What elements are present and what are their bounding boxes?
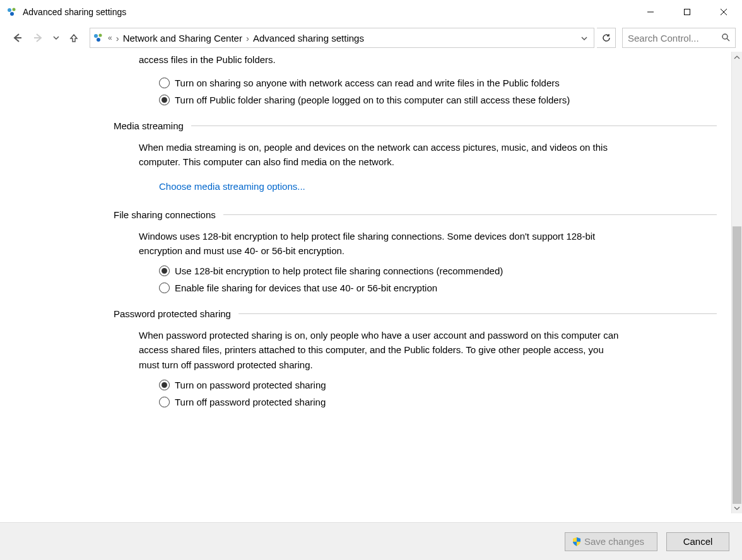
radio-password-off[interactable]: Turn off password protected sharing (159, 395, 717, 409)
section-title: Password protected sharing (114, 308, 231, 319)
radio-label: Turn on password protected sharing (175, 378, 326, 392)
footer-bar: Save changes Cancel (0, 522, 742, 560)
filesharing-desc: Windows uses 128-bit encryption to help … (139, 229, 625, 259)
scroll-down-icon[interactable] (732, 503, 742, 513)
titlebar: Advanced sharing settings (0, 0, 742, 24)
back-button[interactable] (8, 28, 26, 47)
search-input[interactable]: Search Control... (622, 28, 736, 48)
svg-point-10 (99, 34, 102, 37)
divider (191, 125, 717, 126)
section-title: File sharing connections (114, 209, 216, 220)
recent-locations-button[interactable] (50, 35, 62, 41)
radio-label: Turn off password protected sharing (175, 395, 326, 409)
svg-point-11 (97, 38, 100, 42)
vertical-scrollbar[interactable] (731, 52, 742, 513)
svg-line-13 (727, 38, 729, 41)
breadcrumb[interactable]: « › Network and Sharing Center › Advance… (90, 28, 594, 48)
svg-point-9 (94, 34, 98, 38)
divider (223, 214, 717, 215)
radio-label: Use 128-bit encryption to help protect f… (175, 264, 503, 277)
save-changes-button[interactable]: Save changes (565, 532, 657, 551)
network-sharing-icon (6, 6, 18, 18)
radio-icon (159, 397, 170, 407)
breadcrumb-overflow-icon[interactable]: « (108, 33, 112, 42)
radio-icon (159, 265, 170, 276)
password-desc: When password protected sharing is on, o… (139, 328, 625, 372)
public-folder-desc-partial: access files in the Public folders. (139, 54, 717, 65)
radio-label: Turn off Public folder sharing (people l… (175, 93, 570, 107)
window-title: Advanced sharing settings (23, 7, 126, 17)
radio-public-on[interactable]: Turn on sharing so anyone with network a… (159, 76, 717, 90)
close-button[interactable] (705, 0, 742, 24)
cancel-button[interactable]: Cancel (666, 532, 729, 551)
svg-point-0 (8, 8, 11, 12)
save-label: Save changes (584, 536, 644, 547)
section-header-media: Media streaming (114, 120, 717, 131)
radio-label: Enable file sharing for devices that use… (175, 281, 437, 295)
up-button[interactable] (64, 28, 83, 47)
radio-label: Turn on sharing so anyone with network a… (175, 76, 560, 90)
radio-128bit[interactable]: Use 128-bit encryption to help protect f… (159, 264, 717, 277)
settings-content: access files in the Public folders. Turn… (0, 52, 742, 513)
svg-rect-4 (685, 9, 690, 15)
minimize-button[interactable] (632, 0, 669, 24)
search-placeholder: Search Control... (628, 33, 717, 44)
shield-icon (572, 537, 582, 547)
scroll-thumb[interactable] (733, 226, 741, 504)
breadcrumb-current[interactable]: Advanced sharing settings (253, 33, 364, 44)
radio-40bit[interactable]: Enable file sharing for devices that use… (159, 281, 717, 295)
radio-icon (159, 283, 170, 293)
chevron-right-icon: › (246, 33, 249, 44)
section-header-filesharing: File sharing connections (114, 209, 717, 220)
maximize-button[interactable] (669, 0, 705, 24)
chevron-right-icon: › (116, 33, 119, 44)
nav-row: « › Network and Sharing Center › Advance… (0, 24, 742, 52)
forward-button[interactable] (29, 28, 48, 47)
radio-icon (159, 380, 170, 390)
radio-icon (159, 95, 170, 105)
search-icon (721, 33, 730, 44)
radio-public-off[interactable]: Turn off Public folder sharing (people l… (159, 93, 717, 107)
section-title: Media streaming (114, 120, 184, 131)
scroll-up-icon[interactable] (732, 52, 742, 62)
media-streaming-options-link[interactable]: Choose media streaming options... (159, 181, 305, 192)
radio-icon (159, 78, 170, 88)
breadcrumb-parent[interactable]: Network and Sharing Center (123, 33, 242, 44)
password-radio-group: Turn on password protected sharing Turn … (159, 378, 717, 409)
network-sharing-icon (93, 32, 104, 44)
divider (238, 313, 717, 314)
radio-password-on[interactable]: Turn on password protected sharing (159, 378, 717, 392)
breadcrumb-dropdown-icon[interactable] (581, 33, 591, 44)
svg-point-1 (13, 8, 16, 11)
public-folder-radio-group: Turn on sharing so anyone with network a… (159, 76, 717, 107)
section-header-password: Password protected sharing (114, 308, 717, 319)
media-desc: When media streaming is on, people and d… (139, 140, 625, 170)
refresh-button[interactable] (597, 28, 616, 48)
svg-point-2 (10, 12, 14, 16)
filesharing-radio-group: Use 128-bit encryption to help protect f… (159, 264, 717, 295)
scroll-track[interactable] (732, 62, 742, 503)
svg-point-12 (722, 34, 727, 39)
cancel-label: Cancel (683, 536, 713, 547)
